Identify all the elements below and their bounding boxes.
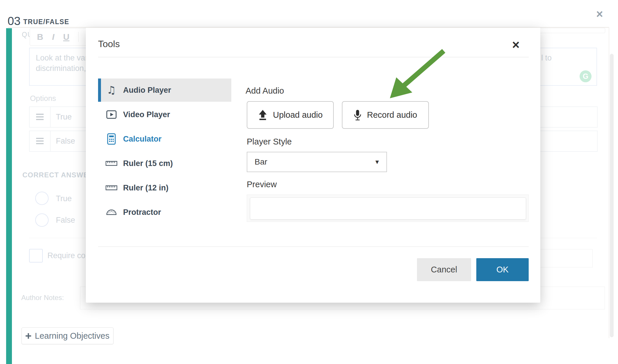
sidebar-item-label: Ruler (15 cm) <box>123 159 173 168</box>
sidebar-item-label: Ruler (12 in) <box>123 183 168 192</box>
plus-icon <box>26 333 31 339</box>
player-style-select[interactable]: Bar ▼ <box>247 152 387 172</box>
music-note-icon: ♫ <box>105 85 118 95</box>
toolbar-divider <box>78 32 79 42</box>
upload-audio-label: Upload audio <box>273 110 323 120</box>
cancel-button[interactable]: Cancel <box>417 258 471 281</box>
sidebar-item-audio-player[interactable]: ♫ Audio Player <box>98 78 231 102</box>
bold-button[interactable]: B <box>37 32 43 42</box>
grammarly-icon[interactable]: G <box>580 70 592 82</box>
protractor-icon <box>105 209 118 215</box>
calculator-icon <box>105 133 118 145</box>
modal-title: Tools <box>98 39 120 49</box>
option-value: True <box>56 113 72 122</box>
option-drag-handle[interactable] <box>29 131 51 152</box>
tools-modal: Tools × ♫ Audio Player Video Player Calc… <box>86 28 540 303</box>
upload-audio-button[interactable]: Upload audio <box>247 101 334 129</box>
close-icon[interactable]: × <box>596 8 603 20</box>
card-right-border <box>609 27 609 338</box>
ruler-icon <box>105 161 118 166</box>
radio-false-label: False <box>56 216 75 225</box>
question-accent-bar <box>6 28 12 364</box>
options-label: Options <box>30 94 56 103</box>
microphone-icon <box>354 109 362 122</box>
scrollbar-thumb[interactable] <box>610 54 614 337</box>
author-notes-label: Author Notes: <box>21 294 64 302</box>
video-play-icon <box>105 109 118 120</box>
chevron-down-icon: ▼ <box>374 159 380 165</box>
option-value: False <box>56 137 75 146</box>
upload-icon <box>258 109 268 121</box>
require-checkbox[interactable] <box>29 249 43 263</box>
underline-button[interactable]: U <box>63 32 70 42</box>
sidebar-item-ruler-15cm[interactable]: Ruler (15 cm) <box>98 152 231 175</box>
sidebar-item-video-player[interactable]: Video Player <box>98 103 231 126</box>
question-number: 03 <box>8 15 21 28</box>
require-label: Require cor <box>47 251 88 260</box>
ok-button[interactable]: OK <box>476 258 529 281</box>
tools-sidebar: ♫ Audio Player Video Player Calculator <box>98 78 231 224</box>
record-audio-button[interactable]: Record audio <box>342 101 429 129</box>
sidebar-item-label: Calculator <box>123 135 161 144</box>
radio-false[interactable] <box>35 213 49 227</box>
add-audio-heading: Add Audio <box>246 86 284 96</box>
preview-label: Preview <box>247 180 277 189</box>
modal-title-divider <box>98 57 529 57</box>
green-arrow-annotation <box>384 44 454 102</box>
italic-button[interactable]: I <box>52 32 54 42</box>
radio-true[interactable] <box>35 192 49 205</box>
ruler-icon <box>105 185 118 190</box>
preview-player-placeholder <box>250 197 526 220</box>
sidebar-item-label: Protractor <box>123 208 161 217</box>
option-drag-handle[interactable] <box>29 106 51 128</box>
question-type-label: TRUE/FALSE <box>23 18 69 26</box>
correct-answer-label: CORRECT ANSWER <box>22 171 94 179</box>
sidebar-item-label: Video Player <box>123 110 170 119</box>
sidebar-item-ruler-12in[interactable]: Ruler (12 in) <box>98 176 231 199</box>
modal-close-icon[interactable]: × <box>512 38 520 51</box>
question-placeholder-line2: discrimination, <box>36 64 86 73</box>
radio-true-label: True <box>56 194 72 203</box>
selected-indicator <box>98 78 101 102</box>
question-placeholder-tail: l to <box>541 53 552 63</box>
record-audio-label: Record audio <box>367 110 417 120</box>
modal-footer-divider <box>98 247 529 247</box>
screen: 03 TRUE/FALSE × QUESTION B I U A Look at… <box>0 0 618 364</box>
hamburger-icon <box>30 107 50 120</box>
player-style-value: Bar <box>255 157 267 167</box>
sidebar-item-label: Audio Player <box>123 86 171 95</box>
question-placeholder-line1: Look at the var <box>36 53 88 63</box>
learning-objectives-button[interactable]: Learning Objectives <box>22 327 113 344</box>
player-style-label: Player Style <box>247 137 292 147</box>
learning-objectives-label: Learning Objectives <box>35 331 109 341</box>
sidebar-item-protractor[interactable]: Protractor <box>98 201 231 224</box>
hamburger-icon <box>30 131 50 144</box>
preview-area <box>247 195 529 222</box>
sidebar-item-calculator[interactable]: Calculator <box>98 127 231 151</box>
